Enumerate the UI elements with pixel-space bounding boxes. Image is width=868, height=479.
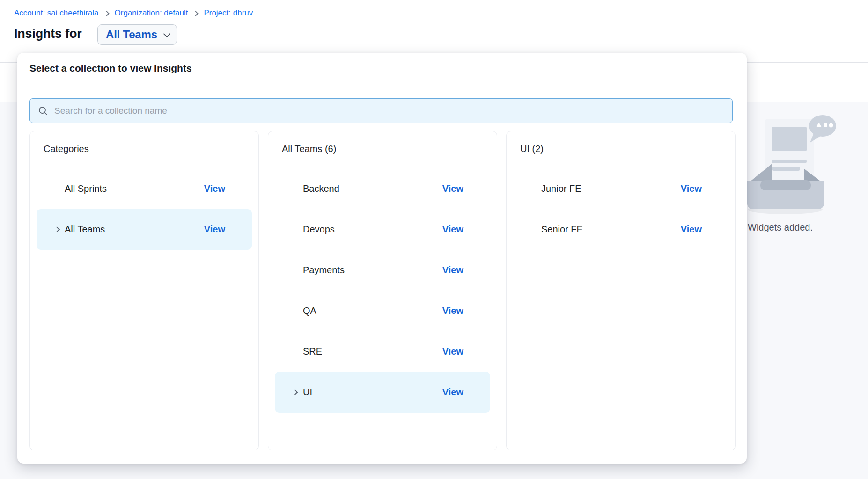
column-ui: UI (2) Junior FE View Senior FE View [506, 131, 736, 450]
column-categories: Categories All Sprints View All Teams Vi… [29, 131, 259, 450]
empty-state: Widgets added. [745, 114, 868, 219]
view-link[interactable]: View [442, 183, 463, 194]
chevron-right-icon [292, 389, 298, 395]
column-header: UI (2) [520, 144, 735, 154]
breadcrumb-organization-link[interactable]: Organization: default [115, 8, 188, 18]
bubble-square-icon [824, 123, 827, 127]
column-all-teams: All Teams (6) Backend View Devops View P… [268, 131, 497, 450]
collection-search[interactable] [29, 98, 733, 123]
breadcrumb-separator-icon [104, 11, 109, 16]
view-link[interactable]: View [442, 305, 463, 316]
view-link[interactable]: View [204, 224, 225, 235]
collection-row-backend[interactable]: Backend View [275, 168, 490, 209]
empty-inbox-illustration [745, 114, 839, 218]
collection-dropdown-value: All Teams [106, 28, 157, 41]
collection-dropdown[interactable]: All Teams [97, 24, 177, 45]
chevron-right-icon [54, 226, 60, 232]
search-input[interactable] [54, 106, 724, 116]
search-icon [38, 106, 48, 116]
collection-row-junior-fe[interactable]: Junior FE View [513, 168, 728, 209]
column-header: All Teams (6) [282, 144, 497, 154]
collection-row-all-sprints[interactable]: All Sprints View [37, 168, 252, 209]
page-title: Insights for [14, 27, 82, 41]
chevron-down-icon [163, 30, 171, 37]
breadcrumb: Account: sai.cheethirala Organization: d… [14, 8, 253, 18]
view-link[interactable]: View [442, 224, 463, 235]
collection-columns: Categories All Sprints View All Teams Vi… [29, 131, 736, 450]
collection-row-sre[interactable]: SRE View [275, 331, 490, 372]
collection-picker-modal: Select a collection to view Insights Cat… [17, 53, 747, 464]
collection-row-all-teams[interactable]: All Teams View [37, 209, 252, 250]
view-link[interactable]: View [442, 346, 463, 357]
collection-row-ui[interactable]: UI View [275, 372, 490, 413]
column-header: Categories [44, 144, 258, 154]
breadcrumb-account-link[interactable]: Account: sai.cheethirala [14, 8, 99, 18]
view-link[interactable]: View [204, 183, 225, 194]
view-link[interactable]: View [442, 265, 463, 276]
collection-row-devops[interactable]: Devops View [275, 209, 490, 250]
view-link[interactable]: View [442, 387, 463, 398]
collection-row-senior-fe[interactable]: Senior FE View [513, 209, 728, 250]
view-link[interactable]: View [681, 224, 702, 235]
collection-row-qa[interactable]: QA View [275, 290, 490, 331]
breadcrumb-project-link[interactable]: Project: dhruv [204, 8, 253, 18]
bubble-circle-icon [829, 123, 833, 128]
empty-state-text: Widgets added. [748, 222, 813, 233]
view-link[interactable]: View [681, 183, 702, 194]
breadcrumb-separator-icon [193, 11, 199, 16]
modal-title: Select a collection to view Insights [29, 63, 192, 74]
collection-row-payments[interactable]: Payments View [275, 250, 490, 290]
